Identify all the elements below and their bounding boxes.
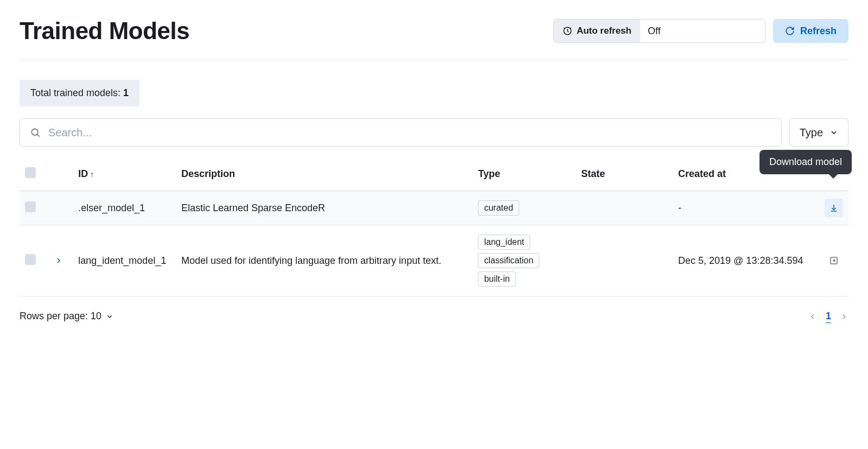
page-header: Trained Models Auto refresh Off Refresh (20, 17, 848, 60)
type-tag: built-in (478, 271, 515, 287)
pagination: 1 (808, 311, 848, 322)
table-row: lang_ident_model_1Model used for identif… (20, 225, 848, 296)
model-created-at: - (673, 191, 812, 225)
column-id[interactable]: ID↑ (73, 157, 176, 191)
row-actions-button[interactable] (825, 251, 843, 270)
model-description: Elastic Learned Sparse EncodeR (176, 191, 473, 225)
search-input[interactable] (48, 127, 771, 139)
search-row: Type (20, 118, 848, 147)
chevron-down-icon (829, 128, 838, 137)
table-footer: Rows per page: 10 1 (20, 311, 848, 322)
type-tag: curated (478, 200, 519, 216)
expand-row-icon[interactable] (54, 256, 68, 265)
page-prev[interactable] (808, 312, 817, 321)
select-all-checkbox[interactable] (25, 167, 36, 178)
model-created-at: Dec 5, 2019 @ 13:28:34.594 (673, 225, 812, 296)
search-box[interactable] (20, 118, 782, 147)
model-type-tags: lang_identclassificationbuilt-in (473, 225, 576, 296)
rows-per-page-label: Rows per page: 10 (20, 311, 101, 322)
model-id: .elser_model_1 (73, 191, 176, 225)
download-model-button[interactable] (825, 199, 843, 217)
column-type[interactable]: Type (473, 157, 576, 191)
model-id: lang_ident_model_1 (73, 225, 176, 296)
type-tag: lang_ident (478, 235, 530, 250)
header-controls: Auto refresh Off Refresh (553, 19, 848, 43)
rows-per-page[interactable]: Rows per page: 10 (20, 311, 113, 322)
models-table: ID↑ Description Type State Created at Do… (20, 157, 848, 296)
model-state (576, 191, 673, 225)
search-icon (30, 127, 41, 138)
column-id-label: ID (78, 168, 88, 179)
model-description: Model used for identifying language from… (176, 225, 473, 296)
model-state (576, 225, 673, 296)
auto-refresh-label: Auto refresh (577, 26, 631, 36)
total-label: Total trained models: (30, 87, 123, 98)
page-title: Trained Models (20, 17, 189, 45)
type-tag: classification (478, 253, 539, 268)
column-state[interactable]: State (576, 157, 673, 191)
auto-refresh-value[interactable]: Off (640, 20, 765, 42)
type-filter[interactable]: Type (789, 118, 848, 147)
clock-icon (563, 26, 572, 36)
auto-refresh-group: Auto refresh Off (553, 19, 765, 43)
page-current[interactable]: 1 (826, 311, 831, 322)
refresh-button[interactable]: Refresh (773, 19, 848, 43)
column-description[interactable]: Description (176, 157, 473, 191)
refresh-button-label: Refresh (800, 26, 837, 37)
total-count: 1 (123, 87, 129, 98)
svg-point-1 (31, 129, 38, 135)
model-type-tags: curated (473, 191, 576, 225)
column-expand (49, 157, 73, 191)
table-row: .elser_model_1Elastic Learned Sparse Enc… (20, 191, 848, 225)
row-checkbox[interactable] (25, 254, 36, 265)
auto-refresh-label-box: Auto refresh (554, 20, 640, 42)
download-model-tooltip: Download model (760, 150, 852, 174)
row-checkbox[interactable] (25, 201, 36, 212)
column-select-all (20, 157, 49, 191)
total-models-badge: Total trained models: 1 (20, 80, 139, 106)
page-next[interactable] (840, 312, 848, 321)
chevron-down-icon (106, 313, 113, 320)
refresh-icon (785, 26, 795, 36)
type-filter-label: Type (800, 127, 823, 139)
column-actions: Download model (812, 157, 848, 191)
sort-asc-icon: ↑ (90, 170, 94, 179)
